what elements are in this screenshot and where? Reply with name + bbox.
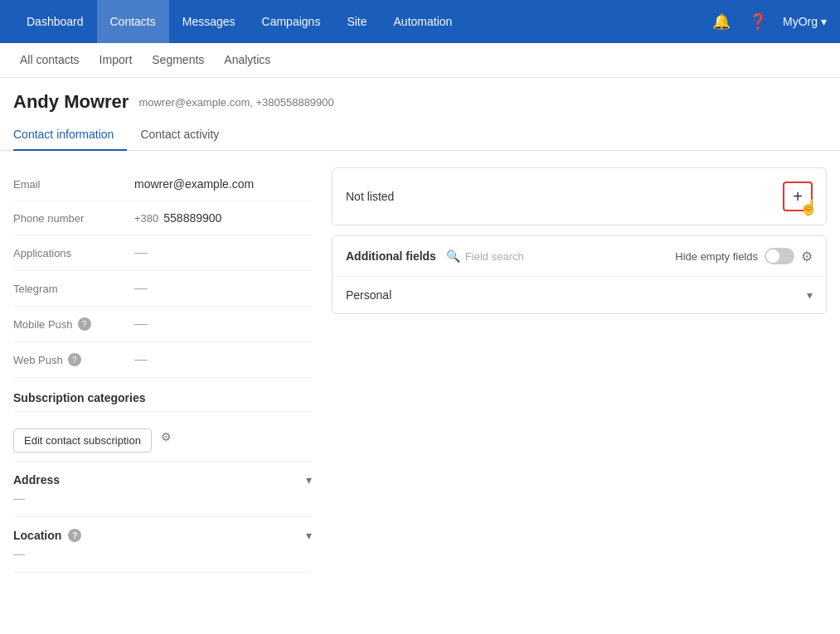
phone-row: Phone number +380 558889900 [13, 201, 312, 235]
tab-contact-information[interactable]: Contact information [13, 119, 127, 151]
web-push-value: — [134, 352, 312, 367]
web-push-label: Web Push ? [13, 353, 121, 366]
sub-nav-segments[interactable]: Segments [145, 43, 211, 78]
email-row: Email mowrer@example.com [13, 167, 312, 201]
sub-nav-all-contacts[interactable]: All contacts [13, 43, 86, 78]
telegram-label: Telegram [13, 283, 121, 295]
nav-messages[interactable]: Messages [169, 0, 249, 43]
hide-empty-fields-toggle[interactable] [765, 248, 794, 264]
phone-label: Phone number [13, 212, 121, 225]
email-label: Email [13, 178, 121, 191]
personal-chevron-icon: ▾ [807, 288, 813, 302]
applications-value: — [134, 245, 312, 260]
mobile-push-help-icon[interactable]: ? [78, 317, 91, 331]
not-listed-card: Not listed + ☝ [332, 167, 827, 225]
location-title: Location ? [13, 529, 81, 542]
address-header[interactable]: Address ▾ [13, 473, 312, 486]
subscription-section-header: Subscription categories [13, 378, 312, 412]
location-header[interactable]: Location ? ▾ [13, 529, 312, 542]
nav-site[interactable]: Site [333, 0, 380, 43]
personal-label: Personal [346, 288, 391, 302]
edit-subscription-button[interactable]: Edit contact subscription [13, 428, 152, 453]
web-push-help-icon[interactable]: ? [68, 353, 81, 366]
contact-full-name: Andy Mowrer [13, 91, 129, 113]
subscription-gear-icon[interactable]: ⚙ [158, 428, 175, 445]
field-search-placeholder[interactable]: Field search [465, 250, 524, 263]
additional-fields-header: Additional fields 🔍 Field search Hide em… [333, 236, 826, 277]
bell-icon[interactable]: 🔔 [710, 10, 733, 33]
hide-empty-fields-label: Hide empty fields [675, 250, 758, 263]
phone-value: +380 558889900 [134, 211, 312, 225]
telegram-row: Telegram — [13, 271, 312, 307]
applications-row: Applications — [13, 235, 312, 271]
subscription-row: Edit contact subscription ⚙ [13, 412, 312, 462]
telegram-value: — [134, 281, 312, 296]
address-value: — [13, 491, 312, 505]
search-icon: 🔍 [446, 249, 460, 263]
web-push-row: Web Push ? — [13, 342, 312, 378]
chevron-down-icon: ▾ [821, 15, 827, 28]
nav-automation[interactable]: Automation [381, 0, 466, 43]
contact-header: Andy Mowrer mowrer@example.com, +3805588… [0, 78, 840, 119]
right-panel: Not listed + ☝ Additional fields 🔍 Field… [332, 167, 827, 573]
mobile-push-value: — [134, 317, 312, 332]
sub-nav: All contacts Import Segments Analytics [0, 43, 840, 78]
top-nav: Dashboard Contacts Messages Campaigns Si… [0, 0, 840, 43]
org-menu[interactable]: MyOrg ▾ [783, 15, 827, 28]
additional-fields-card: Additional fields 🔍 Field search Hide em… [332, 235, 827, 314]
cursor-icon: ☝ [799, 198, 818, 216]
sub-nav-analytics[interactable]: Analytics [217, 43, 277, 78]
personal-section[interactable]: Personal ▾ [333, 277, 826, 313]
nav-dashboard[interactable]: Dashboard [13, 0, 97, 43]
nav-campaigns[interactable]: Campaigns [249, 0, 334, 43]
mobile-push-label: Mobile Push ? [13, 317, 121, 331]
hide-empty-fields: Hide empty fields ⚙ [675, 248, 813, 264]
sub-nav-import[interactable]: Import [93, 43, 139, 78]
additional-fields-title: Additional fields [346, 249, 436, 263]
nav-contacts[interactable]: Contacts [97, 0, 169, 43]
location-value: — [13, 547, 312, 560]
field-search-wrapper: 🔍 Field search [446, 249, 665, 263]
address-chevron-icon: ▾ [306, 473, 312, 486]
phone-code: +380 [134, 212, 158, 225]
help-icon[interactable]: ❓ [746, 10, 770, 33]
location-section: Location ? ▾ — [13, 517, 312, 573]
location-help-icon[interactable]: ? [68, 529, 81, 542]
add-button[interactable]: + ☝ [783, 181, 813, 211]
applications-label: Applications [13, 247, 121, 259]
address-section: Address ▾ — [13, 462, 312, 517]
email-value: mowrer@example.com [134, 177, 312, 191]
phone-number: 558889900 [163, 211, 221, 225]
mobile-push-row: Mobile Push ? — [13, 307, 312, 342]
address-title: Address [13, 473, 60, 486]
contact-meta: mowrer@example.com, +380558889900 [138, 96, 333, 109]
left-panel: Email mowrer@example.com Phone number +3… [13, 167, 312, 573]
main-content: Email mowrer@example.com Phone number +3… [0, 167, 840, 573]
location-chevron-icon: ▾ [306, 529, 312, 542]
tab-contact-activity[interactable]: Contact activity [140, 119, 232, 151]
additional-fields-settings-icon[interactable]: ⚙ [801, 249, 813, 264]
not-listed-text: Not listed [346, 190, 394, 203]
contact-tabs: Contact information Contact activity [0, 119, 840, 151]
